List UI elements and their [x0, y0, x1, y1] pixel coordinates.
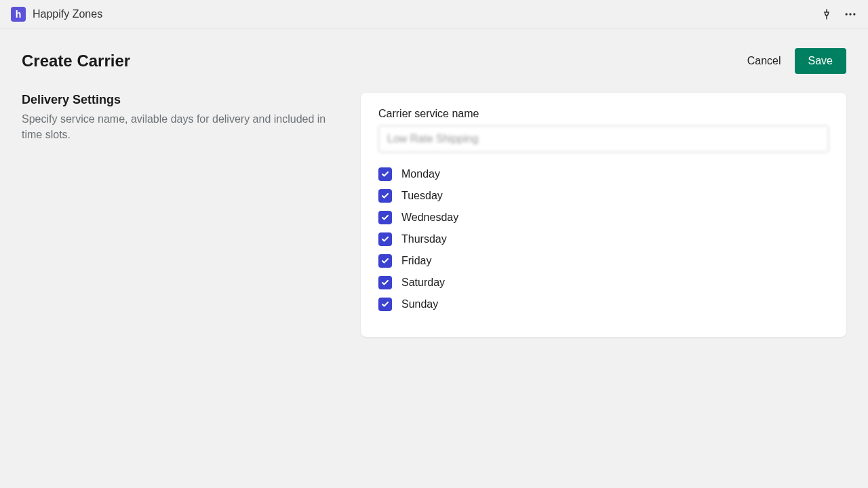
app-icon: h	[11, 7, 26, 22]
checkbox-tuesday[interactable]	[378, 189, 392, 203]
more-icon[interactable]	[844, 7, 857, 21]
topbar-left: h Happify Zones	[11, 7, 102, 22]
checkbox-monday[interactable]	[378, 167, 392, 181]
pin-icon[interactable]	[821, 8, 833, 20]
day-row-saturday: Saturday	[378, 276, 829, 289]
body-row: Delivery Settings Specify service name, …	[22, 93, 846, 337]
day-row-friday: Friday	[378, 254, 829, 268]
day-row-wednesday: Wednesday	[378, 211, 829, 224]
section-title: Delivery Settings	[22, 93, 334, 107]
day-label: Thursday	[401, 233, 447, 245]
svg-point-1	[849, 13, 851, 15]
day-label: Monday	[401, 168, 440, 180]
content: Create Carrier Cancel Save Delivery Sett…	[0, 29, 868, 356]
days-list: MondayTuesdayWednesdayThursdayFridaySatu…	[378, 167, 829, 311]
day-row-sunday: Sunday	[378, 298, 829, 311]
app-name: Happify Zones	[33, 8, 102, 20]
day-row-monday: Monday	[378, 167, 829, 181]
day-row-tuesday: Tuesday	[378, 189, 829, 203]
svg-point-2	[853, 13, 855, 15]
cancel-button[interactable]: Cancel	[747, 55, 781, 67]
checkbox-wednesday[interactable]	[378, 211, 392, 224]
svg-point-0	[846, 13, 848, 15]
day-label: Saturday	[401, 277, 445, 289]
save-button[interactable]: Save	[795, 48, 846, 74]
topbar-right	[821, 7, 857, 21]
day-label: Wednesday	[401, 211, 458, 224]
day-row-thursday: Thursday	[378, 232, 829, 246]
day-label: Tuesday	[401, 190, 443, 202]
carrier-name-input[interactable]	[378, 125, 829, 152]
checkbox-thursday[interactable]	[378, 232, 392, 246]
header-actions: Cancel Save	[747, 48, 846, 74]
section-description: Specify service name, avilable days for …	[22, 111, 334, 142]
checkbox-friday[interactable]	[378, 254, 392, 268]
checkbox-saturday[interactable]	[378, 276, 392, 289]
settings-card: Carrier service name MondayTuesdayWednes…	[361, 93, 846, 337]
checkbox-sunday[interactable]	[378, 298, 392, 311]
page-header: Create Carrier Cancel Save	[22, 48, 846, 74]
day-label: Sunday	[401, 298, 438, 310]
day-label: Friday	[401, 255, 431, 267]
section-info: Delivery Settings Specify service name, …	[22, 93, 334, 142]
carrier-name-label: Carrier service name	[378, 108, 829, 120]
topbar: h Happify Zones	[0, 0, 868, 29]
app-icon-letter: h	[16, 9, 22, 20]
page-title: Create Carrier	[22, 52, 130, 70]
